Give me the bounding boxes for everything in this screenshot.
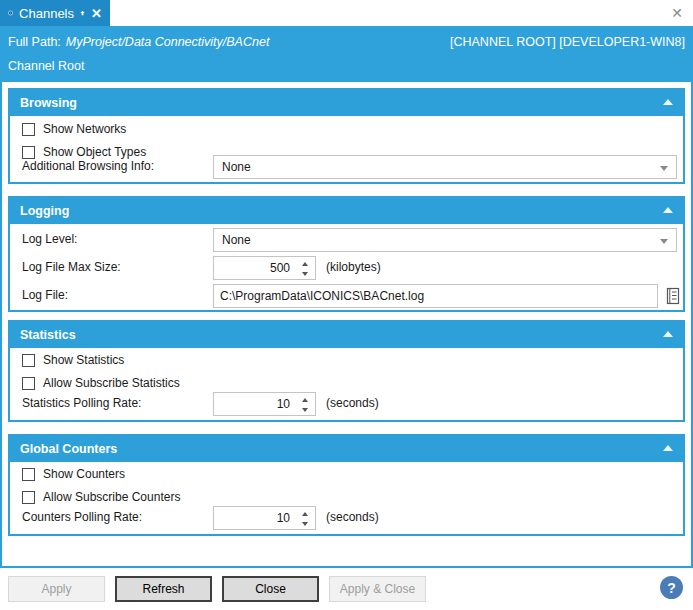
spinner-arrows[interactable] (301, 261, 310, 277)
log-level-row: Log Level: None (10, 228, 683, 252)
log-level-value: None (222, 233, 251, 247)
section-statistics-title: Statistics (20, 328, 76, 342)
log-file-input[interactable] (213, 284, 658, 308)
spinner-down-icon[interactable] (302, 408, 308, 412)
log-file-max-size-input[interactable] (214, 257, 292, 279)
log-file-label: Log File: (22, 288, 68, 302)
show-networks-label: Show Networks (43, 122, 126, 136)
section-browsing-title: Browsing (20, 96, 77, 110)
window-close-icon[interactable]: ✕ (671, 4, 683, 22)
allow-subscribe-statistics-row: Allow Subscribe Statistics (22, 375, 180, 391)
statistics-polling-rate-unit: (seconds) (326, 396, 379, 410)
statistics-polling-rate-row: Statistics Polling Rate: (seconds) (10, 392, 683, 416)
subtitle: Channel Root (8, 59, 84, 73)
additional-browsing-row: Additional Browsing Info: None (10, 155, 683, 179)
chevron-down-icon (660, 239, 668, 244)
section-logging-title: Logging (20, 204, 69, 218)
footer-divider (0, 566, 693, 568)
collapse-arrow-icon[interactable] (663, 331, 673, 337)
file-icon (666, 287, 680, 305)
allow-subscribe-statistics-checkbox[interactable] (22, 377, 35, 390)
spinner-down-icon[interactable] (302, 522, 308, 526)
show-networks-checkbox[interactable] (22, 123, 35, 136)
counters-polling-rate-row: Counters Polling Rate: (seconds) (10, 506, 683, 530)
log-level-label: Log Level: (22, 232, 77, 246)
additional-browsing-dropdown[interactable]: None (213, 155, 677, 179)
show-counters-checkbox[interactable] (22, 468, 35, 481)
tab-close-icon[interactable]: ✕ (91, 6, 102, 21)
show-statistics-label: Show Statistics (43, 353, 124, 367)
statistics-polling-rate-stepper[interactable] (213, 392, 316, 416)
counters-polling-rate-input[interactable] (214, 507, 292, 529)
spinner-arrows[interactable] (301, 511, 310, 527)
spinner-up-icon[interactable] (302, 398, 308, 402)
header-band: Full Path:MyProject/Data Connectivity/BA… (0, 26, 693, 82)
section-global-counters: Global Counters Show Counters Allow Subs… (8, 434, 685, 536)
apply-and-close-button[interactable]: Apply & Close (329, 576, 426, 602)
log-file-row: Log File: (10, 284, 683, 308)
show-networks-row: Show Networks (22, 121, 126, 137)
channels-icon (8, 6, 13, 20)
apply-button[interactable]: Apply (8, 576, 105, 602)
close-button[interactable]: Close (222, 576, 319, 602)
chevron-down-icon (660, 166, 668, 171)
allow-subscribe-statistics-label: Allow Subscribe Statistics (43, 376, 180, 390)
section-statistics-header[interactable]: Statistics (10, 322, 683, 348)
log-file-max-size-label: Log File Max Size: (22, 260, 121, 274)
section-global-counters-header[interactable]: Global Counters (10, 436, 683, 462)
section-browsing: Browsing Show Networks Show Object Types… (8, 88, 685, 184)
tab-label: Channels (19, 6, 74, 21)
refresh-button[interactable]: Refresh (115, 576, 212, 602)
allow-subscribe-counters-row: Allow Subscribe Counters (22, 489, 180, 505)
additional-browsing-label: Additional Browsing Info: (22, 159, 154, 173)
section-statistics: Statistics Show Statistics Allow Subscri… (8, 320, 685, 422)
full-path-label: Full Path: (8, 35, 61, 49)
show-counters-label: Show Counters (43, 467, 125, 481)
section-global-counters-title: Global Counters (20, 442, 117, 456)
counters-polling-rate-unit: (seconds) (326, 510, 379, 524)
full-path: Full Path:MyProject/Data Connectivity/BA… (8, 35, 269, 49)
additional-browsing-value: None (222, 160, 251, 174)
channel-properties-window: Channels ✕ ✕ Full Path:MyProject/Data Co… (0, 0, 693, 610)
spinner-arrows[interactable] (301, 397, 310, 413)
log-file-max-size-row: Log File Max Size: (kilobytes) (10, 256, 683, 280)
log-level-dropdown[interactable]: None (213, 228, 677, 252)
title-strip: Channels ✕ ✕ (0, 0, 693, 26)
counters-polling-rate-stepper[interactable] (213, 506, 316, 530)
spinner-down-icon[interactable] (302, 272, 308, 276)
collapse-arrow-icon[interactable] (663, 207, 673, 213)
show-statistics-row: Show Statistics (22, 352, 124, 368)
show-statistics-checkbox[interactable] (22, 354, 35, 367)
allow-subscribe-counters-checkbox[interactable] (22, 491, 35, 504)
log-file-max-size-unit: (kilobytes) (326, 260, 381, 274)
collapse-arrow-icon[interactable] (663, 99, 673, 105)
show-counters-row: Show Counters (22, 466, 125, 482)
navigate-up-icon[interactable] (80, 6, 85, 20)
counters-polling-rate-label: Counters Polling Rate: (22, 510, 142, 524)
statistics-polling-rate-label: Statistics Polling Rate: (22, 396, 141, 410)
allow-subscribe-counters-label: Allow Subscribe Counters (43, 490, 180, 504)
full-path-value: MyProject/Data Connectivity/BACnet (66, 35, 270, 49)
section-browsing-header[interactable]: Browsing (10, 90, 683, 116)
section-logging: Logging Log Level: None Log File Max Siz… (8, 196, 685, 312)
section-logging-header[interactable]: Logging (10, 198, 683, 224)
help-button[interactable]: ? (660, 576, 683, 599)
tab-channels[interactable]: Channels ✕ (0, 0, 110, 26)
help-icon: ? (667, 580, 676, 596)
log-file-browse-button[interactable] (663, 285, 683, 307)
statistics-polling-rate-input[interactable] (214, 393, 292, 415)
spinner-up-icon[interactable] (302, 512, 308, 516)
spinner-up-icon[interactable] (302, 262, 308, 266)
log-file-max-size-stepper[interactable] (213, 256, 316, 280)
context-info: [CHANNEL ROOT] [DEVELOPER1-WIN8] (450, 35, 685, 49)
collapse-arrow-icon[interactable] (663, 445, 673, 451)
